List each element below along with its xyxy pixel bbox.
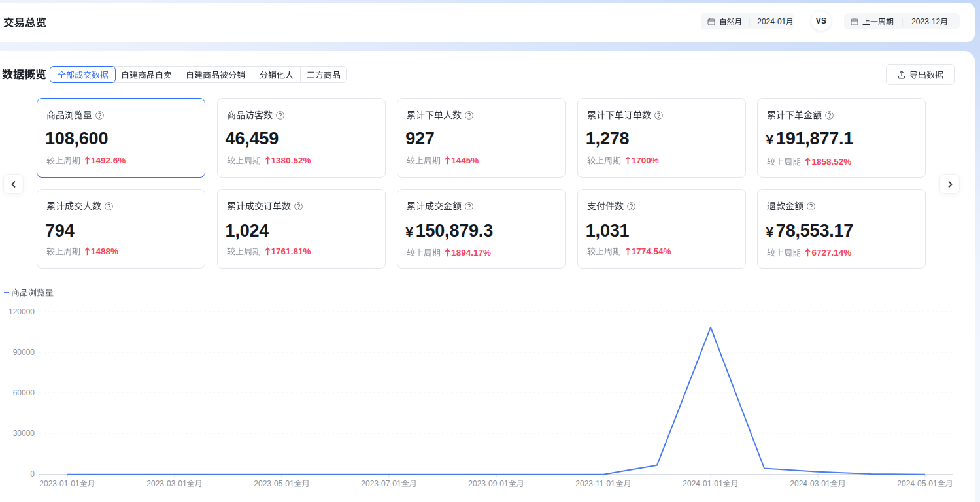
- svg-text:2024-05-01: 2024-05-01: [897, 479, 938, 488]
- svg-text:2023-09-01: 2023-09-01: [468, 479, 509, 488]
- svg-text:2024-03-01: 2024-03-01: [790, 479, 830, 488]
- svg-text:90000: 90000: [13, 348, 35, 357]
- svg-text:30000: 30000: [13, 429, 35, 438]
- svg-text:60000: 60000: [13, 388, 35, 397]
- svg-text:2023-03-01: 2023-03-01: [146, 479, 187, 488]
- svg-text:2023-05-01: 2023-05-01: [254, 479, 294, 488]
- svg-text:2024-01-01: 2024-01-01: [683, 479, 723, 488]
- svg-text:0: 0: [30, 469, 35, 478]
- svg-text:2023-01-01: 2023-01-01: [39, 479, 80, 488]
- svg-text:2023-11-01: 2023-11-01: [575, 479, 615, 488]
- svg-text:120000: 120000: [8, 307, 35, 316]
- svg-text:2023-07-01: 2023-07-01: [361, 479, 401, 488]
